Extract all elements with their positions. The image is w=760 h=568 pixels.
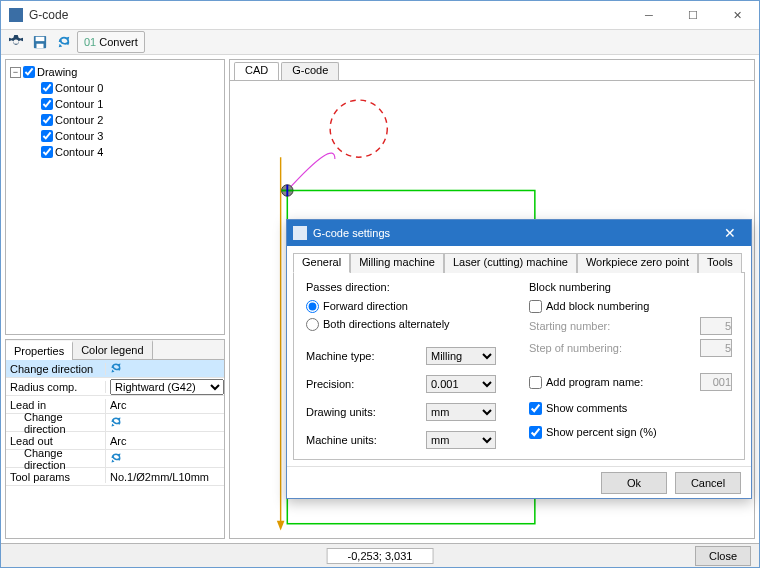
tree-panel: − Drawing Contour 0Contour 1Contour 2Con… xyxy=(5,59,225,335)
dialog-close-button[interactable]: ✕ xyxy=(715,220,745,246)
tree-root-drawing[interactable]: − Drawing xyxy=(10,64,222,80)
save-button[interactable] xyxy=(29,31,51,53)
convert-button[interactable]: 01 Convert xyxy=(77,31,145,53)
tree-item-checkbox[interactable] xyxy=(41,130,53,142)
tree-item-contour-4[interactable]: Contour 4 xyxy=(28,144,222,160)
coordinates-display: -0,253; 3,031 xyxy=(327,548,434,564)
dialog-icon xyxy=(293,226,307,240)
tab-cad[interactable]: CAD xyxy=(234,62,279,80)
radio-forward[interactable] xyxy=(306,300,319,313)
prop-lead-out-change-dir[interactable]: Change direction xyxy=(6,450,224,468)
tab-workpiece-zero[interactable]: Workpiece zero point xyxy=(577,253,698,273)
close-window-button[interactable]: ✕ xyxy=(715,1,759,29)
tab-laser-machine[interactable]: Laser (cutting) machine xyxy=(444,253,577,273)
refresh-icon[interactable] xyxy=(110,362,122,376)
cancel-button[interactable]: Cancel xyxy=(675,472,741,494)
passes-direction-group: Passes direction: Forward direction Both… xyxy=(306,281,509,333)
minimize-button[interactable]: ─ xyxy=(627,1,671,29)
machine-units-select[interactable]: mm xyxy=(426,431,496,449)
ok-button[interactable]: Ok xyxy=(601,472,667,494)
app-icon xyxy=(9,8,23,22)
checkbox-show-comments[interactable] xyxy=(529,402,542,415)
tab-tools[interactable]: Tools xyxy=(698,253,742,273)
step-number-input[interactable] xyxy=(700,339,732,357)
tree-item-contour-3[interactable]: Contour 3 xyxy=(28,128,222,144)
prop-lead-in-change-dir[interactable]: Change direction xyxy=(6,414,224,432)
prop-radius-comp[interactable]: Radius comp.Rightward (G42) xyxy=(6,378,224,396)
prop-tool-params[interactable]: Tool paramsNo.1/Ø2mm/L10mm xyxy=(6,468,224,486)
drawing-units-select[interactable]: mm xyxy=(426,403,496,421)
reload-button[interactable] xyxy=(53,31,75,53)
radius-comp-select[interactable]: Rightward (G42) xyxy=(110,379,224,395)
tab-gcode[interactable]: G-code xyxy=(281,62,339,80)
svg-rect-1 xyxy=(36,37,45,41)
program-name-input[interactable] xyxy=(700,373,732,391)
starting-number-input[interactable] xyxy=(700,317,732,335)
tab-properties[interactable]: Properties xyxy=(6,341,73,360)
tree-root-checkbox[interactable] xyxy=(23,66,35,78)
precision-select[interactable]: 0.001 xyxy=(426,375,496,393)
checkbox-add-block-numbering[interactable] xyxy=(529,300,542,313)
tab-milling-machine[interactable]: Milling machine xyxy=(350,253,444,273)
window-title: G-code xyxy=(29,8,627,22)
tree-collapse-icon[interactable]: − xyxy=(10,67,21,78)
toolbar: 01 Convert xyxy=(1,29,759,55)
machine-type-select[interactable]: Milling xyxy=(426,347,496,365)
svg-point-3 xyxy=(330,100,387,157)
dialog-title: G-code settings xyxy=(313,227,390,239)
settings-button[interactable] xyxy=(5,31,27,53)
refresh-icon[interactable] xyxy=(110,452,122,466)
refresh-icon[interactable] xyxy=(110,416,122,430)
tree-item-checkbox[interactable] xyxy=(41,82,53,94)
block-numbering-group: Block numbering Add block numbering Star… xyxy=(529,281,732,359)
tab-color-legend[interactable]: Color legend xyxy=(73,340,152,359)
properties-panel: Properties Color legend Change direction… xyxy=(5,339,225,539)
maximize-button[interactable]: ☐ xyxy=(671,1,715,29)
tree-item-contour-1[interactable]: Contour 1 xyxy=(28,96,222,112)
svg-rect-2 xyxy=(37,44,44,48)
statusbar: -0,253; 3,031 Close xyxy=(1,543,759,567)
checkbox-show-percent[interactable] xyxy=(529,426,542,439)
tree-item-contour-0[interactable]: Contour 0 xyxy=(28,80,222,96)
tree-item-checkbox[interactable] xyxy=(41,146,53,158)
radio-both[interactable] xyxy=(306,318,319,331)
close-button[interactable]: Close xyxy=(695,546,751,566)
tree-item-contour-2[interactable]: Contour 2 xyxy=(28,112,222,128)
tab-general[interactable]: General xyxy=(293,253,350,273)
convert-icon: 01 xyxy=(84,36,96,48)
checkbox-add-program-name[interactable] xyxy=(529,376,542,389)
tree-item-checkbox[interactable] xyxy=(41,98,53,110)
prop-change-direction[interactable]: Change direction xyxy=(6,360,224,378)
tree-item-checkbox[interactable] xyxy=(41,114,53,126)
titlebar: G-code ─ ☐ ✕ xyxy=(1,1,759,29)
dialog-titlebar: G-code settings ✕ xyxy=(287,220,751,246)
gcode-settings-dialog: G-code settings ✕ General Milling machin… xyxy=(286,219,752,499)
